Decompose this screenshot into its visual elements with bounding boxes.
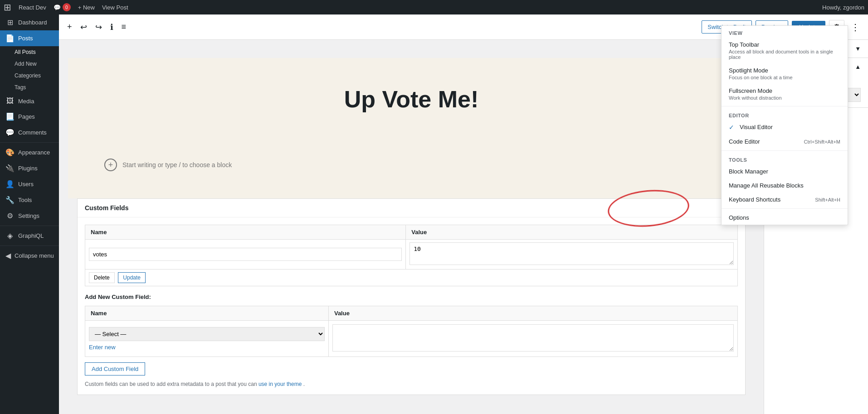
options-item[interactable]: Options <box>722 211 848 225</box>
add-cf-name-header: Name <box>85 306 329 321</box>
top-toolbar-item[interactable]: Top Toolbar Access all block and documen… <box>722 38 848 63</box>
cf-name-header: Name <box>85 225 406 240</box>
table-row-actions: Delete Update <box>85 270 738 286</box>
sidebar-item-pages[interactable]: 📃 Pages <box>0 109 59 125</box>
custom-fields-table: Name Value 10 <box>85 225 738 286</box>
sidebar-item-users[interactable]: 👤 Users <box>0 176 59 192</box>
spotlight-title: Spotlight Mode <box>729 67 840 74</box>
tools-section-label: Tools <box>722 153 848 164</box>
cf-note-link[interactable]: use in your theme <box>258 381 302 387</box>
cf-actions-cell: Delete Update <box>85 270 738 286</box>
checkmark-icon: ✓ <box>729 124 734 131</box>
add-cf-table: Name Value — Select — <box>85 306 738 357</box>
add-new-cf-label: Add New Custom Field: <box>85 294 738 300</box>
editor-section-label: Editor <box>722 108 848 120</box>
list-view-button[interactable]: ≡ <box>119 19 129 34</box>
sidebar-subitem-add-new[interactable]: Add New <box>0 58 59 70</box>
manage-reusable-item[interactable]: Manage All Reusable Blocks <box>722 178 848 193</box>
inline-add-block-button[interactable]: + <box>104 159 117 171</box>
sidebar-item-plugins[interactable]: 🔌 Plugins <box>0 160 59 176</box>
tools-icon: 🔧 <box>5 196 15 204</box>
sidebar-subitem-tags[interactable]: Tags <box>0 82 59 93</box>
sidebar-item-label: Dashboard <box>18 19 47 26</box>
more-options-button[interactable]: ⋮ <box>848 20 863 34</box>
adminbar-left: ⊞ React Dev 💬 0 + New View Post <box>4 2 822 13</box>
sidebar-item-appearance[interactable]: 🎨 Appearance <box>0 144 59 160</box>
undo-button[interactable]: ↩ <box>78 19 90 35</box>
post-title[interactable]: Up Vote Me! <box>104 85 718 113</box>
adminbar-new-link[interactable]: + New <box>78 4 95 11</box>
sidebar-item-posts[interactable]: 📄 Posts <box>0 30 59 46</box>
adminbar-site-name[interactable]: React Dev <box>19 4 46 11</box>
code-editor-item[interactable]: Code Editor Ctrl+Shift+Alt+M <box>722 135 848 149</box>
block-manager-item[interactable]: Block Manager <box>722 164 848 178</box>
table-row: 10 <box>85 240 738 270</box>
sidebar-item-label: Comments <box>18 129 47 136</box>
appearance-icon: 🎨 <box>5 148 15 157</box>
custom-fields-panel: Custom Fields ▲ Name Value <box>77 198 746 395</box>
adminbar-notifications[interactable]: 💬 0 <box>54 3 71 11</box>
sidebar-item-media[interactable]: 🖼 Media <box>0 93 59 109</box>
menu-separator-2 <box>0 226 59 226</box>
cf-delete-button[interactable]: Delete <box>89 272 115 283</box>
sidebar-item-graphiql[interactable]: ◈ GraphiQL <box>0 228 59 244</box>
cf-name-cell <box>85 240 406 270</box>
fullscreen-mode-item[interactable]: Fullscreen Mode Work without distraction <box>722 84 848 104</box>
cf-name-input[interactable] <box>89 248 402 261</box>
menu-separator <box>0 142 59 143</box>
settings-icon: ⚙ <box>5 212 15 220</box>
sidebar-collapse-button[interactable]: ◀ Collapse menu <box>0 248 59 264</box>
visual-editor-item[interactable]: ✓ Visual Editor <box>722 120 848 135</box>
posts-icon: 📄 <box>5 34 15 43</box>
block-manager-title: Block Manager <box>729 168 840 175</box>
add-block-button[interactable]: + <box>64 19 75 34</box>
add-cf-value-header: Value <box>328 306 737 321</box>
sidebar-item-label: Users <box>18 181 34 188</box>
sidebar-item-label: Appearance <box>18 149 50 156</box>
sidebar-item-comments[interactable]: 💬 Comments <box>0 125 59 140</box>
view-section-label: View <box>722 26 848 38</box>
wp-logo-icon[interactable]: ⊞ <box>4 2 11 13</box>
spotlight-mode-item[interactable]: Spotlight Mode Focus on one block at a t… <box>722 63 848 84</box>
enter-new-link[interactable]: Enter new <box>89 344 325 351</box>
adminbar-view-post-link[interactable]: View Post <box>102 4 128 11</box>
cf-name-select[interactable]: — Select — <box>89 327 325 341</box>
add-custom-field-button[interactable]: Add Custom Field <box>85 362 145 375</box>
sidebar-subitem-categories[interactable]: Categories <box>0 70 59 82</box>
post-attributes-collapse-icon: ▲ <box>855 63 861 70</box>
top-toolbar-title: Top Toolbar <box>729 41 840 48</box>
adminbar-right: Howdy, zgordon <box>822 4 864 11</box>
cf-value-textarea[interactable]: 10 <box>410 242 734 265</box>
fullscreen-title: Fullscreen Mode <box>729 87 840 94</box>
sidebar-item-dashboard[interactable]: ⊞ Dashboard <box>0 14 59 30</box>
redo-button[interactable]: ↪ <box>93 19 105 35</box>
options-dropdown: View Top Toolbar Access all block and do… <box>721 25 848 225</box>
sidebar-item-tools[interactable]: 🔧 Tools <box>0 192 59 208</box>
sidebar-collapse-label: Collapse menu <box>15 252 54 259</box>
cf-note-text: Custom fields can be used to add extra m… <box>85 381 738 387</box>
block-placeholder-text: Start writing or type / to choose a bloc… <box>122 161 232 168</box>
keyboard-shortcuts-title: Keyboard Shortcuts <box>729 196 780 203</box>
dropdown-divider-3 <box>722 208 848 209</box>
cf-value-cell: 10 <box>406 240 738 270</box>
sidebar-subitem-all-posts[interactable]: All Posts <box>0 46 59 58</box>
add-cf-select-cell: — Select — Enter new <box>85 321 329 357</box>
plugins-icon: 🔌 <box>5 164 15 173</box>
cf-update-button[interactable]: Update <box>118 272 146 283</box>
graphiql-icon: ◈ <box>5 231 15 240</box>
comment-icon: 💬 <box>54 4 61 11</box>
post-title-area: Up Vote Me! <box>68 58 755 149</box>
visual-editor-title: Visual Editor <box>740 124 840 130</box>
manage-reusable-title: Manage All Reusable Blocks <box>729 182 840 189</box>
dropdown-divider-1 <box>722 106 848 106</box>
discussion-expand-icon: ▼ <box>855 45 861 52</box>
spotlight-desc: Focus on one block at a time <box>729 75 840 80</box>
custom-fields-header[interactable]: Custom Fields ▲ <box>78 199 745 217</box>
add-cf-value-textarea[interactable] <box>332 324 734 351</box>
sidebar-item-settings[interactable]: ⚙ Settings <box>0 208 59 224</box>
collapse-icon: ◀ <box>5 251 11 260</box>
comments-icon: 💬 <box>5 128 15 137</box>
info-button[interactable]: ℹ <box>107 19 116 35</box>
keyboard-shortcuts-item[interactable]: Keyboard Shortcuts Shift+Alt+H <box>722 193 848 207</box>
code-editor-shortcut: Ctrl+Shift+Alt+M <box>804 139 840 144</box>
